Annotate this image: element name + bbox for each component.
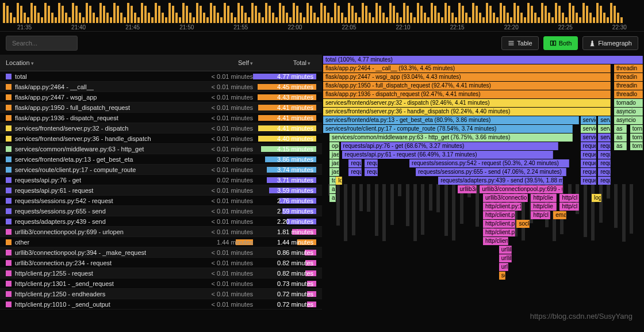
flame-box[interactable]: reque <box>598 168 611 176</box>
flame-box[interactable]: reque <box>365 159 377 167</box>
flame-box[interactable]: jaeger_cl <box>329 151 339 159</box>
table-row[interactable]: services/frontend/eta.py:13 - get_best_e… <box>0 154 322 165</box>
flame-view-button[interactable]: Flamegraph <box>582 36 638 50</box>
flame-box[interactable]: http/clie <box>531 194 556 202</box>
flame-box[interactable]: requests/sessions.py:542 - request (50.3… <box>409 159 569 167</box>
flame-box[interactable]: urllib3/ <box>499 246 512 254</box>
search-input[interactable] <box>6 36 78 51</box>
flamegraph-panel[interactable]: total (100%, 4.77 minutes)flask/app.py:2… <box>322 55 644 332</box>
flame-box[interactable]: urllib3/co <box>458 185 477 193</box>
flame-box[interactable]: asyncio <box>614 116 643 124</box>
flame-box[interactable]: http/client.py:1 <box>483 211 515 219</box>
flame-box[interactable]: jaeger_cl <box>329 159 339 167</box>
self-header[interactable]: Self▾ <box>195 59 253 66</box>
flame-box[interactable]: logg <box>336 177 342 185</box>
table-row[interactable]: requests/api.py:76 - get 0.02 minutes 3.… <box>0 175 322 185</box>
location-header[interactable]: Location▾ <box>6 59 195 66</box>
flame-box[interactable]: http/cl <box>531 211 550 219</box>
flame-box[interactable]: urllib3/connectionpool.py:699 - urlopen <box>480 185 563 193</box>
flame-box[interactable]: service <box>598 125 611 133</box>
flame-box[interactable]: asyncio <box>614 108 643 116</box>
flame-box[interactable]: servic <box>581 125 597 133</box>
flame-box[interactable]: http/cl <box>559 203 578 211</box>
flame-box[interactable]: http/client.py:125 <box>483 203 522 211</box>
flame-box[interactable]: urllib3/c <box>499 254 512 262</box>
table-row[interactable]: http/client.py:1255 - request < 0.01 min… <box>0 268 322 278</box>
flame-box[interactable]: threadin <box>614 64 643 72</box>
flame-box[interactable]: threadin <box>614 82 643 90</box>
timeline[interactable]: 21:3521:4021:4521:5021:5522:0022:0522:10… <box>0 0 644 32</box>
table-row[interactable]: urllib3/connectionpool.py:394 - _make_re… <box>0 247 322 258</box>
flame-box[interactable]: requests/sessions.py:655 - send (47.06%,… <box>416 168 566 176</box>
flame-box[interactable]: opentraci <box>329 142 339 150</box>
flame-box[interactable]: reque <box>598 151 611 159</box>
flame-box[interactable]: http/client.py:1 <box>483 220 515 228</box>
flame-box[interactable]: soc <box>499 272 505 280</box>
table-row[interactable]: requests/sessions.py:655 - send < 0.01 m… <box>0 206 322 216</box>
flame-box[interactable]: servic <box>581 133 597 142</box>
both-view-button[interactable]: Both <box>543 36 578 50</box>
flame-box[interactable]: emai <box>553 211 566 219</box>
table-row[interactable]: total < 0.01 minutes 4.77 minutes <box>0 71 322 82</box>
flame-box[interactable]: threadin <box>614 73 643 81</box>
flame-box[interactable]: reque <box>348 159 361 167</box>
table-body[interactable]: total < 0.01 minutes 4.77 minutes flask/… <box>0 71 322 330</box>
flame-box[interactable]: flask/app.py:1950 - full_dispatch_reques… <box>323 82 611 90</box>
flame-box[interactable]: reque <box>581 168 597 176</box>
flame-box[interactable]: services/frontend/server.py:36 - handle_… <box>323 108 611 116</box>
flame-box[interactable]: flask/app.py:2447 - wsgi_app (93.04%, 4.… <box>323 73 611 81</box>
table-row[interactable]: services/route/client.py:17 - compute_ro… <box>0 165 322 175</box>
flame-box[interactable]: reque <box>581 177 597 185</box>
flame-box[interactable]: as <box>614 125 627 133</box>
flame-box[interactable]: requests/adapters.py:439 - send (39.5%, … <box>438 177 563 185</box>
flame-box[interactable]: torna <box>630 125 643 133</box>
flame-box[interactable]: torna <box>630 133 643 142</box>
table-row[interactable]: flask/app.py:1950 - full_dispatch_reques… <box>0 102 322 113</box>
flame-box[interactable]: reque <box>365 168 377 176</box>
flame-box[interactable]: services <box>598 116 611 124</box>
total-header[interactable]: Total▾ <box>253 59 316 66</box>
flame-box[interactable]: as <box>614 142 627 150</box>
flame-box[interactable]: reque <box>581 142 597 150</box>
table-row[interactable]: http/client.py:1250 - endheaders < 0.01 … <box>0 289 322 299</box>
table-row[interactable]: urllib3/connectionpool.py:699 - urlopen … <box>0 227 322 237</box>
table-row[interactable]: requests/adapters.py:439 - send < 0.01 m… <box>0 216 322 227</box>
table-row[interactable]: requests/sessions.py:542 - request < 0.0… <box>0 196 322 206</box>
flame-box[interactable]: http/client <box>483 237 508 245</box>
flame-box[interactable]: logg <box>592 194 601 202</box>
flame-box[interactable]: reque <box>598 159 611 167</box>
table-row[interactable]: other 1.44 minutes 1.44 minutes <box>0 237 322 247</box>
flame-box[interactable]: as <box>614 133 627 142</box>
table-row[interactable]: flask/app.py:2447 - wsgi_app < 0.01 minu… <box>0 92 322 102</box>
flame-box[interactable]: services/route/client.py:17 - compute_ro… <box>323 125 573 133</box>
flame-box[interactable]: reque <box>581 151 597 159</box>
flame-box[interactable]: http/client.py:1 <box>483 228 515 236</box>
table-row[interactable]: requests/api.py:61 - request < 0.01 minu… <box>0 185 322 196</box>
table-view-button[interactable]: Table <box>501 36 538 50</box>
flame-box[interactable]: servic <box>581 116 597 124</box>
flame-box[interactable]: flask/app.py:2464 - __call__ (93.3%, 4.4… <box>323 64 611 72</box>
flame-box[interactable]: flask/app.py:1936 - dispatch_request (92… <box>323 90 611 98</box>
flame-box[interactable]: urllib <box>499 263 509 271</box>
flame-box[interactable]: services/frontend/server.py:32 - dispatc… <box>323 99 611 107</box>
flame-box[interactable]: reque <box>348 168 361 176</box>
table-row[interactable]: http/client.py:1010 - _send_output < 0.0… <box>0 299 322 310</box>
flame-box[interactable]: threadlo <box>614 90 643 98</box>
flame-box[interactable]: service <box>598 133 611 142</box>
table-row[interactable]: flask/app.py:2464 - __call__ < 0.01 minu… <box>0 82 322 92</box>
flame-box[interactable]: socket <box>516 220 529 228</box>
flame-box[interactable]: http/cl <box>559 194 578 202</box>
flame-box[interactable]: services/common/middleware.py:63 - http_… <box>329 133 573 142</box>
flame-box[interactable]: urllib3/connectio <box>483 194 528 202</box>
flame-box[interactable]: reque <box>598 177 611 185</box>
flame-box[interactable]: asy <box>329 185 336 193</box>
table-row[interactable]: urllib3/connection.py:234 - request < 0.… <box>0 258 322 268</box>
table-row[interactable]: services/frontend/server.py:32 - dispatc… <box>0 123 322 133</box>
flame-box[interactable]: http/clie <box>531 203 556 211</box>
flame-box[interactable]: reque <box>598 142 611 150</box>
flame-box[interactable]: asy <box>329 194 336 202</box>
flame-box[interactable]: torn <box>329 177 336 185</box>
flame-box[interactable]: torna <box>630 142 643 150</box>
flame-box[interactable]: requests/api.py:61 - request (66.49%, 3.… <box>342 151 553 159</box>
flame-box[interactable]: total (100%, 4.77 minutes) <box>323 56 643 64</box>
